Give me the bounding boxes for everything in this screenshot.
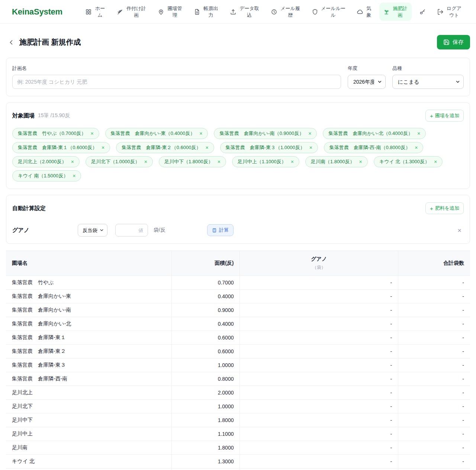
nav-item-mail-rules[interactable]: メールルール: [308, 3, 349, 21]
field-tag-label: 足川北上（2.0000反）: [18, 158, 67, 165]
plan-form-card: 計画名 年度 2026年度 品種: [6, 58, 470, 96]
fertilizer-name: グアノ: [12, 227, 78, 234]
field-tag-label: 集落営農 倉庫向かい-北（0.4000反）: [328, 130, 413, 137]
cell-area: 0.8000: [172, 372, 240, 386]
calculate-label: 計算: [219, 227, 229, 234]
field-tag: 集落営農 倉庫隣-東２（0.6000反）×: [116, 142, 214, 153]
nav-item-mail-history[interactable]: メール履歴: [267, 3, 304, 21]
cloud-icon: [357, 9, 363, 15]
remove-tag-icon[interactable]: ×: [205, 145, 208, 150]
cell-area: 1.3000: [172, 455, 240, 469]
field-tag-label: 集落営農 倉庫隣-東１（0.6000反）: [18, 144, 97, 151]
remove-tag-icon[interactable]: ×: [434, 159, 437, 164]
field-tag-label: キウイ 南（1.5000反）: [18, 173, 68, 179]
remove-tag-icon[interactable]: ×: [218, 159, 221, 164]
calculate-button[interactable]: 計算: [207, 224, 234, 236]
remove-tag-icon[interactable]: ×: [90, 131, 93, 136]
field-tag: 足川北上（2.0000反）×: [12, 156, 80, 167]
app-window: KeinaSystem ホーム作付け計画圃場管理帳票出力データ取込メール履歴メー…: [0, 0, 476, 470]
cell-total: -: [398, 303, 470, 317]
document-icon: [194, 9, 200, 15]
cell-total: -: [398, 400, 470, 413]
nav-item-fertilization-plan[interactable]: 施肥計画: [379, 3, 412, 21]
table-row: 集落営農 倉庫隣-東２0.6000--: [6, 345, 470, 358]
table-row: 集落営農 倉庫向かい-南0.9000--: [6, 303, 470, 317]
add-field-button[interactable]: + 圃場を追加: [425, 110, 464, 122]
plan-table: 圃場名 面積(反) グアノ （袋） 合計袋数 集落営農 竹やぶ0.7000--集…: [6, 251, 470, 470]
col-header-fertilizer-unit: （袋）: [246, 264, 392, 271]
nav-item-data-import[interactable]: データ取込: [226, 3, 263, 21]
target-fields-card: 対象圃場 15筆 /15.90反 + 圃場を追加 集落営農 竹やぶ（0.7000…: [6, 102, 470, 189]
nav-item-label: 作付け計画: [126, 5, 147, 18]
add-fertilizer-button[interactable]: + 肥料を追加: [425, 202, 464, 214]
remove-tag-icon[interactable]: ×: [71, 159, 74, 164]
table-header-row: 圃場名 面積(反) グアノ （袋） 合計袋数: [6, 251, 470, 276]
field-tag-label: 集落営農 倉庫隣-東３（1.0000反）: [226, 144, 305, 151]
main-content: 施肥計画 新規作成 保存 計画名 年度 2026年度: [0, 35, 476, 470]
table-row: 足川北上2.0000--: [6, 386, 470, 400]
remove-tag-icon[interactable]: ×: [199, 131, 202, 136]
nav-item-weather[interactable]: 気象: [353, 3, 376, 21]
remove-tag-icon[interactable]: ×: [359, 159, 362, 164]
field-tag-label: 集落営農 倉庫向かい-南（0.9000反）: [219, 130, 304, 137]
sprout-icon: [383, 9, 390, 15]
remove-tag-icon[interactable]: ×: [415, 145, 418, 150]
variety-select[interactable]: にこまる: [392, 75, 464, 89]
table-row: 足川南1.8000--: [6, 441, 470, 455]
col-header-area: 面積(反): [172, 251, 240, 276]
nav-item-field-management[interactable]: 圃場管理: [154, 3, 186, 21]
table-row: 集落営農 竹やぶ0.7000--: [6, 276, 470, 290]
cell-area: 1.8000: [172, 441, 240, 455]
field-tag-label: 集落営農 倉庫向かい-東（0.4000反）: [111, 130, 195, 137]
plan-name-input[interactable]: [12, 75, 341, 89]
remove-tag-icon[interactable]: ×: [73, 173, 75, 178]
nav-item-logout[interactable]: ログアウト: [433, 3, 466, 21]
cell-area: 0.4000: [172, 317, 240, 331]
field-tag: 集落営農 倉庫向かい-東（0.4000反）×: [105, 128, 208, 139]
field-tag: 集落営農 竹やぶ（0.7000反）×: [12, 128, 99, 139]
remove-tag-icon[interactable]: ×: [308, 131, 311, 136]
calc-value-input[interactable]: [115, 224, 148, 236]
back-button[interactable]: [6, 37, 16, 48]
remove-tag-icon[interactable]: ×: [291, 159, 294, 164]
page-title: 施肥計画 新規作成: [19, 37, 81, 47]
cell-fert: -: [240, 413, 398, 427]
col-header-field: 圃場名: [6, 251, 172, 276]
cell-fert: -: [240, 469, 398, 470]
save-button[interactable]: 保存: [437, 35, 470, 49]
cell-total: -: [398, 455, 470, 469]
remove-tag-icon[interactable]: ×: [417, 131, 420, 136]
calc-mode-select[interactable]: 反当袋数: [78, 224, 107, 236]
remove-tag-icon[interactable]: ×: [309, 145, 312, 150]
year-select[interactable]: 2026年度: [348, 75, 386, 89]
cell-name: 足川北下: [6, 400, 172, 413]
nav-item-key[interactable]: [415, 6, 430, 18]
add-fertilizer-label: 肥料を追加: [435, 205, 459, 212]
nav-item-planting-plan[interactable]: 作付け計画: [113, 3, 150, 21]
cell-fert: -: [240, 317, 398, 331]
cell-name: 足川中下: [6, 413, 172, 427]
upload-icon: [230, 9, 237, 15]
field-tag: 集落営農 倉庫隣-東１（0.6000反）×: [12, 142, 110, 153]
col-header-fertilizer: グアノ （袋）: [240, 251, 398, 276]
remove-tag-icon[interactable]: ×: [144, 159, 147, 164]
cell-total: -: [398, 427, 470, 441]
field-tag-label: 集落営農 倉庫隣-西-南（0.8000反）: [329, 144, 410, 151]
field-tag: 集落営農 倉庫隣-東３（1.0000反）×: [220, 142, 318, 153]
field-tag-label: 集落営農 倉庫隣-東２（0.6000反）: [122, 144, 201, 151]
field-tag: キウイ 南（1.5000反）×: [12, 170, 81, 181]
remove-tag-icon[interactable]: ×: [102, 145, 104, 150]
cell-name: 集落営農 竹やぶ: [6, 276, 172, 290]
cell-total: -: [398, 290, 470, 303]
nav-item-label: メール履歴: [280, 5, 300, 18]
cell-name: 集落営農 倉庫隣-西-南: [6, 372, 172, 386]
field-tag: 足川北下（1.0000反）×: [86, 156, 153, 167]
remove-fertilizer-icon[interactable]: ×: [455, 226, 464, 235]
nav-item-report-output[interactable]: 帳票出力: [190, 3, 222, 21]
nav-item-home[interactable]: ホーム: [81, 3, 109, 21]
cell-name: キウイ 北: [6, 455, 172, 469]
brand-logo[interactable]: KeinaSystem: [12, 7, 62, 17]
cell-name: キウイ 南: [6, 469, 172, 470]
table-row: 集落営農 倉庫向かい-北0.4000--: [6, 317, 470, 331]
field-tag-label: 足川中下（1.8000反）: [164, 158, 213, 165]
